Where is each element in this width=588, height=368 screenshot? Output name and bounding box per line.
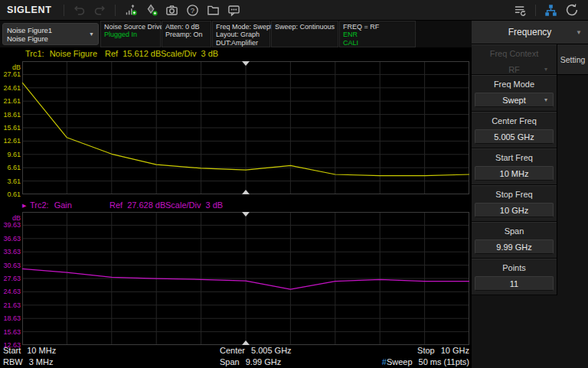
y-axis-tick: 12.61 bbox=[3, 137, 21, 145]
y-axis-tick: 18.61 bbox=[3, 111, 21, 119]
status-text: ENR bbox=[343, 31, 412, 38]
sweep-hash: # bbox=[382, 357, 387, 366]
tab-setting-label: Setting bbox=[560, 55, 586, 64]
y-axis-tick: 6.61 bbox=[7, 164, 21, 171]
stop-freq-label: Stop Freq bbox=[472, 190, 557, 199]
start-freq-label: Start Freq bbox=[472, 153, 557, 162]
freq-mode-label: Freq Mode bbox=[472, 80, 557, 89]
status-text: CALI bbox=[343, 39, 412, 47]
start-freq-value[interactable]: 10 MHz bbox=[475, 166, 554, 181]
measurement-name: Noise Figure1 bbox=[7, 26, 87, 34]
y-axis-tick: 27.61 bbox=[3, 70, 21, 78]
stop-freq-value[interactable]: 10 GHz bbox=[475, 203, 554, 217]
y-axis-tick: 3.61 bbox=[7, 177, 21, 185]
footer: Start10 MHz Center5.005 GHz Stop10 GHz R… bbox=[0, 345, 472, 368]
status-text: FREQ = RF bbox=[343, 23, 412, 31]
toolbar-separator bbox=[535, 5, 536, 16]
measurement-type: Noise Figure bbox=[7, 34, 87, 43]
freq-context-label: Freq Context bbox=[472, 49, 557, 58]
status-text: Sweep: Continuous bbox=[275, 23, 335, 31]
gain-y-axis: dB39.6336.6333.6330.6327.6324.6321.6318.… bbox=[0, 212, 21, 345]
center-freq-marker-top[interactable] bbox=[242, 212, 250, 217]
measurement-selector[interactable]: Noise Figure1 Noise Figure ▼ bbox=[2, 23, 99, 45]
trace2-ref-value: 27.628 dB bbox=[127, 200, 165, 211]
status-text: Atten: 0 dB bbox=[165, 23, 207, 31]
svg-text:?: ? bbox=[191, 5, 194, 14]
toolbar: SIGLENT bbox=[0, 0, 588, 21]
help-icon[interactable]: ? bbox=[182, 2, 203, 18]
camera-icon[interactable] bbox=[162, 2, 182, 18]
span-value-text: 9.99 GHz bbox=[496, 243, 531, 252]
message-icon[interactable] bbox=[224, 2, 244, 18]
sweep-readout: #Sweep50 ms (11pts) bbox=[382, 357, 469, 366]
noise-figure-y-axis: dB27.6124.6121.6118.6115.6112.619.616.61… bbox=[0, 61, 21, 194]
add-trace-icon[interactable] bbox=[120, 2, 141, 18]
gain-chart[interactable]: dB39.6336.6333.6330.6327.6324.6321.6318.… bbox=[0, 212, 472, 345]
tab-setting[interactable]: Setting bbox=[557, 44, 588, 75]
redo-icon[interactable] bbox=[90, 2, 110, 18]
status-text: Noise Source Drive bbox=[104, 23, 157, 31]
stop-readout: Stop10 GHz bbox=[417, 346, 469, 355]
panel-group-freq-context: Freq ContextRF▾ bbox=[472, 44, 557, 75]
add-marker-icon[interactable] bbox=[141, 2, 162, 18]
siglent-logo: SIGLENT bbox=[7, 5, 51, 15]
toolbar-separator bbox=[64, 5, 64, 16]
chevron-down-icon: ▼ bbox=[89, 31, 94, 37]
y-axis-tick: 27.63 bbox=[3, 275, 21, 282]
panel-group-freq-mode: Freq ModeSwept▾ bbox=[472, 75, 557, 112]
y-axis-tick: 30.63 bbox=[3, 262, 21, 269]
y-axis-tick: 24.61 bbox=[3, 84, 21, 92]
y-axis-tick: 24.63 bbox=[3, 288, 21, 295]
status-cell-sweep-mode: Sweep: Continuous bbox=[271, 21, 338, 47]
status-cell-freq-ref: FREQ = RFENRCALI bbox=[339, 21, 416, 47]
lan-icon[interactable] bbox=[541, 2, 561, 18]
trace1-header[interactable]: Trc1: Noise Figure Ref 15.612 dB Scale/D… bbox=[0, 49, 472, 60]
rbw-readout: RBW3 MHz bbox=[3, 357, 53, 366]
history-icon[interactable] bbox=[561, 2, 582, 18]
points-value[interactable]: 11 bbox=[475, 276, 554, 291]
y-axis-tick: 0.61 bbox=[7, 191, 21, 198]
span-value[interactable]: 9.99 GHz bbox=[475, 239, 554, 254]
task-list-icon[interactable] bbox=[510, 2, 531, 18]
panel-group-center-freq: Center Freq5.005 GHz bbox=[472, 112, 557, 148]
center-freq-value-text: 5.005 GHz bbox=[494, 132, 534, 142]
points-value-text: 11 bbox=[510, 279, 518, 288]
status-cells: Noise Source DrivePlugged InAtten: 0 dBP… bbox=[100, 21, 416, 47]
status-cell-mode-layout-dut: Freq Mode: SweptLayout: GraphDUT:Amplifi… bbox=[212, 21, 270, 47]
center-readout: Center5.005 GHz bbox=[220, 346, 292, 355]
trace2-header[interactable]: ▶ Trc2: Gain Ref 27.628 dB Scale/Div 3 d… bbox=[0, 200, 472, 211]
folder-icon[interactable] bbox=[203, 2, 224, 18]
graph-area: Trc1: Noise Figure Ref 15.612 dB Scale/D… bbox=[0, 47, 472, 368]
freq-context-value-text: RF bbox=[508, 65, 520, 74]
y-axis-tick: 9.61 bbox=[7, 151, 21, 158]
y-axis-tick: 33.63 bbox=[3, 248, 21, 256]
y-axis-tick: 18.63 bbox=[3, 314, 21, 322]
status-text: Layout: Graph bbox=[216, 31, 266, 38]
panel-group-points: Points11 bbox=[472, 259, 557, 295]
freq-mode-value-text: Swept bbox=[502, 96, 526, 105]
status-bar: Noise Figure1 Noise Figure ▼ Noise Sourc… bbox=[0, 21, 472, 47]
noise-figure-chart[interactable]: dB27.6124.6121.6118.6115.6112.619.616.61… bbox=[0, 61, 472, 194]
points-label: Points bbox=[472, 263, 557, 272]
panel-group-start-freq: Start Freq10 MHz bbox=[472, 148, 557, 185]
trace2-scale-label: Scale/Div bbox=[165, 200, 201, 211]
center-freq-marker-bottom[interactable] bbox=[242, 190, 250, 194]
span-readout: Span9.99 GHz bbox=[220, 357, 281, 366]
trace1-scale-label: Scale/Div bbox=[161, 49, 196, 60]
y-axis-tick: 39.63 bbox=[3, 221, 21, 229]
center-freq-marker-top[interactable] bbox=[242, 61, 250, 66]
undo-icon[interactable] bbox=[69, 2, 90, 18]
status-text: Preamp: On bbox=[165, 31, 207, 38]
y-axis-tick: 15.61 bbox=[3, 124, 21, 132]
noise-figure-plot[interactable] bbox=[22, 61, 469, 194]
center-freq-value[interactable]: 5.005 GHz bbox=[475, 129, 554, 144]
panel-title[interactable]: Frequency ▼ bbox=[472, 21, 588, 44]
trace1-ref-value: 15.612 dB bbox=[122, 49, 161, 60]
gain-plot[interactable] bbox=[22, 212, 469, 345]
panel-group-stop-freq: Stop Freq10 GHz bbox=[472, 185, 557, 222]
trace1-name: Noise Figure bbox=[50, 49, 97, 60]
status-text: Plugged In bbox=[104, 31, 157, 38]
freq-mode-value[interactable]: Swept▾ bbox=[475, 93, 554, 107]
stop-freq-value-text: 10 GHz bbox=[500, 206, 528, 215]
trace2-ref-label: Ref bbox=[109, 200, 122, 211]
